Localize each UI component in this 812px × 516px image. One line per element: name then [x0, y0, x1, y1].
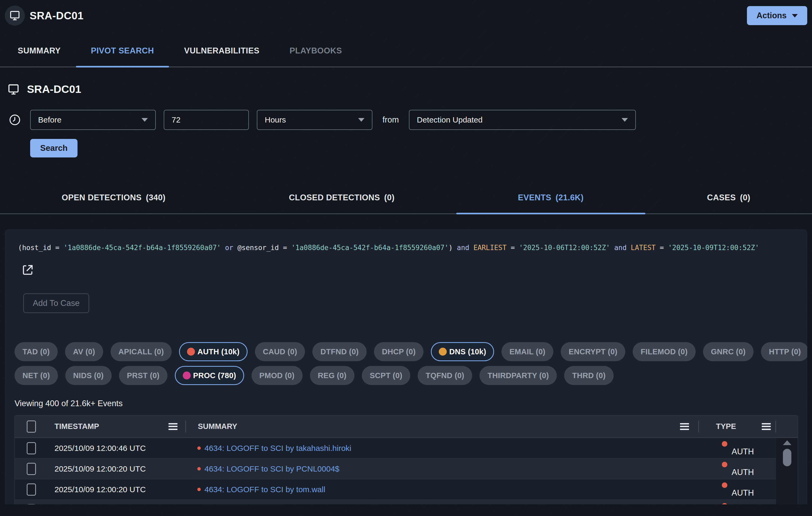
from-label: from [380, 115, 401, 125]
result-tab-cases[interactable]: CASES(0) [645, 185, 812, 213]
query-token-plain: = [656, 244, 668, 252]
filter-chips-row-2: NET (0)NIDS (0)PRST (0)PROC (780)PMOD (0… [14, 366, 807, 385]
query-token-string: '2025-10-09T12:00:52Z' [668, 244, 759, 252]
filter-chip-auth-10k[interactable]: AUTH (10k) [179, 342, 247, 361]
filter-chip-thrd-0[interactable]: THRD (0) [564, 366, 613, 385]
query-token-plain: (host_id = [18, 244, 63, 252]
event-summary-link[interactable]: 4634: LOGOFF to SCI by PCNL0004$ [204, 464, 339, 474]
filter-chip-filemod-0[interactable]: FILEMOD (0) [633, 342, 695, 361]
chevron-down-icon [142, 118, 148, 122]
filter-chip-dhcp-0[interactable]: DHCP (0) [374, 342, 424, 361]
events-panel: (host_id = '1a0886de-45ca-542f-b64a-1f85… [5, 229, 807, 504]
top-header: SRA-DC01 Actions [0, 0, 812, 28]
filter-chip-tqfnd-0[interactable]: TQFND (0) [418, 366, 472, 385]
timestamp-column-header: TIMESTAMP [55, 422, 99, 431]
filter-chip-reg-0[interactable]: REG (0) [310, 366, 354, 385]
chip-label: THRD (0) [572, 371, 605, 380]
severity-dot-icon [197, 488, 201, 491]
event-summary-link[interactable]: 4634: LOGOFF to SCI by tom.wall [204, 485, 325, 494]
column-menu-icon[interactable] [680, 423, 689, 430]
filter-chip-gnrc-0[interactable]: GNRC (0) [703, 342, 754, 361]
select-all-checkbox[interactable] [27, 421, 36, 433]
row-checkbox[interactable] [27, 442, 36, 454]
filter-chip-pmod-0[interactable]: PMOD (0) [252, 366, 302, 385]
event-summary-link[interactable]: 4634: LOGOFF to SCI by takahashi.hiroki [204, 444, 351, 453]
host-avatar [5, 5, 25, 26]
tab-pivot-search[interactable]: PIVOT SEARCH [76, 39, 169, 67]
scroll-gutter [776, 479, 798, 500]
row-checkbox[interactable] [27, 504, 36, 505]
chip-label: PRST (0) [127, 371, 160, 380]
filter-chips-row-1: TAD (0)AV (0)APICALL (0)AUTH (10k)CAUD (… [14, 342, 807, 361]
anchor-select[interactable]: Detection Updated [409, 110, 636, 130]
filter-chip-apicall-0[interactable]: APICALL (0) [111, 342, 172, 361]
monitor-icon [7, 83, 20, 95]
result-tab-label: CASES [707, 193, 736, 202]
summary-column-header: SUMMARY [198, 422, 237, 431]
severity-dot-icon [197, 467, 201, 470]
filter-chip-nids-0[interactable]: NIDS (0) [65, 366, 112, 385]
event-type-filters: TAD (0)AV (0)APICALL (0)AUTH (10k)CAUD (… [14, 342, 807, 385]
row-checkbox[interactable] [27, 483, 36, 496]
chip-dot-icon [183, 372, 191, 379]
column-menu-icon[interactable] [169, 423, 177, 430]
filter-chip-encrypt-0[interactable]: ENCRYPT (0) [561, 342, 625, 361]
tab-summary[interactable]: SUMMARY [3, 39, 76, 67]
query-token-field: EARLIEST [473, 244, 506, 252]
filter-chip-caud-0[interactable]: CAUD (0) [255, 342, 305, 361]
result-tab-count: (0) [740, 193, 750, 202]
filter-chip-dns-10k[interactable]: DNS (10k) [431, 342, 494, 361]
event-type-label: AUTH [732, 467, 754, 477]
direction-select[interactable]: Before [30, 110, 156, 130]
unit-select[interactable]: Hours [257, 110, 372, 130]
filter-chip-net-0[interactable]: NET (0) [14, 366, 58, 385]
external-link-icon[interactable] [22, 264, 34, 276]
severity-dot-icon [197, 447, 201, 450]
query-token-keyword: or [221, 244, 237, 252]
filter-chip-scpt-0[interactable]: SCPT (0) [362, 366, 410, 385]
actions-button[interactable]: Actions [747, 6, 807, 25]
chip-label: DHCP (0) [382, 347, 416, 356]
chip-dot-icon [439, 348, 447, 356]
event-summary-cell: 4634: LOGOFF to SCI by PCNL0004$ [197, 464, 339, 474]
tab-vulnerabilities[interactable]: VULNERABILITIES [169, 39, 274, 67]
result-tab-open-detections[interactable]: OPEN DETECTIONS(340) [0, 185, 227, 213]
result-tab-count: (21.6K) [555, 193, 583, 202]
filter-chip-av-0[interactable]: AV (0) [65, 342, 103, 361]
event-timestamp: 2025/10/09 12:00:20 UTC [55, 464, 146, 474]
search-button[interactable]: Search [30, 139, 78, 157]
query-token-plain: @sensor_id = [237, 244, 291, 252]
chip-dot-icon [187, 348, 195, 356]
query-token-string: '1a0886de-45ca-542f-b64a-1f8559260a07' [63, 244, 221, 252]
query-token-plain: ) [448, 244, 457, 252]
page-title: SRA-DC01 [30, 10, 84, 22]
tab-playbooks[interactable]: PLAYBOOKS [274, 39, 357, 67]
filter-chip-prst-0[interactable]: PRST (0) [119, 366, 168, 385]
scroll-gutter [776, 500, 798, 504]
query-token-keyword: and [610, 244, 631, 252]
result-tab-events[interactable]: EVENTS(21.6K) [456, 185, 645, 213]
add-to-case-button[interactable]: Add To Case [23, 293, 89, 313]
column-menu-icon[interactable] [762, 423, 771, 430]
filter-chip-proc-780[interactable]: PROC (780) [175, 366, 244, 385]
scrollbar-thumb[interactable] [783, 449, 791, 466]
chip-label: PROC (780) [193, 371, 236, 380]
monitor-icon [9, 10, 20, 21]
filter-chip-thirdparty-0[interactable]: THIRDPARTY (0) [480, 366, 557, 385]
chip-label: ENCRYPT (0) [569, 347, 617, 356]
table-scrollbar[interactable] [782, 440, 792, 466]
events-table: TIMESTAMP SUMMARY TYPE 2025/10/09 12:00:… [14, 415, 798, 504]
type-dot-icon [722, 441, 727, 447]
filter-chip-dtfnd-0[interactable]: DTFND (0) [312, 342, 366, 361]
row-checkbox[interactable] [27, 463, 36, 475]
query-token-keyword: and [457, 244, 473, 252]
result-tab-label: CLOSED DETECTIONS [289, 193, 380, 202]
filter-chip-tad-0[interactable]: TAD (0) [14, 342, 58, 361]
result-tab-closed-detections[interactable]: CLOSED DETECTIONS(0) [227, 185, 456, 213]
chip-label: NET (0) [23, 371, 50, 380]
filter-chip-email-0[interactable]: EMAIL (0) [501, 342, 553, 361]
filter-chip-http-0[interactable]: HTTP (0) [761, 342, 807, 361]
event-timestamp: 2025/10/09 12:00:46 UTC [55, 444, 146, 453]
amount-input[interactable] [164, 110, 249, 130]
scroll-up-icon[interactable] [783, 440, 791, 445]
